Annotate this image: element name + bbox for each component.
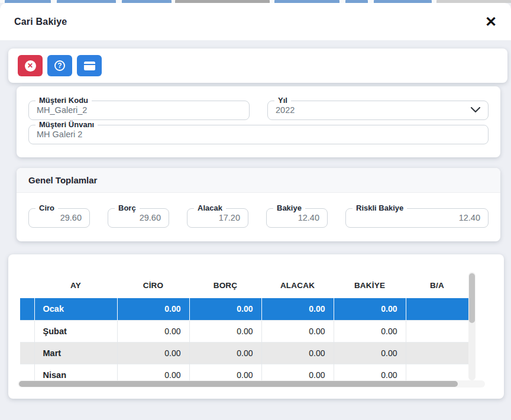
circle-x-icon: ✕ — [25, 60, 36, 72]
close-button[interactable]: ✕ — [481, 12, 500, 31]
selector-column-header — [20, 272, 34, 298]
table-viewport: AY CİRO BORÇ ALACAK BAKİYE B/A — [20, 272, 468, 380]
table-row-subat[interactable]: Şubat 0.00 0.00 0.00 0.00 — [20, 320, 468, 342]
totals-header: Genel Toplamlar — [17, 168, 500, 193]
cancel-glyph: ✕ — [27, 62, 33, 69]
bakiye-field[interactable]: Bakiye 12.40 — [266, 208, 328, 228]
ba-cell — [406, 298, 468, 320]
borc-label: Borç — [115, 203, 140, 212]
table-header-row: AY CİRO BORÇ ALACAK BAKİYE B/A — [20, 272, 468, 298]
borc-cell: 0.00 — [189, 342, 261, 364]
month-cell: Mart — [34, 342, 117, 364]
alacak-cell: 0.00 — [261, 298, 334, 320]
ciro-cell: 0.00 — [117, 364, 189, 380]
table-row-nisan[interactable]: Nisan 0.00 0.00 0.00 0.00 — [20, 364, 468, 380]
row-selector-cell[interactable] — [20, 320, 34, 342]
column-header-ba[interactable]: B/A — [406, 272, 468, 298]
musteri-kodu-field[interactable]: Müşteri Kodu MH_Galeri_2 — [28, 101, 250, 120]
horizontal-scrollbar-thumb[interactable] — [19, 381, 458, 387]
bakiye-cell: 0.00 — [334, 342, 406, 364]
yil-select[interactable]: Yıl 2022 — [267, 101, 489, 120]
ciro-label: Ciro — [35, 203, 58, 212]
genel-toplamlar-card: Genel Toplamlar Ciro 29.60 Borç 29.60 Al… — [17, 168, 500, 241]
bakiye-cell: 0.00 — [334, 364, 406, 380]
ciro-field[interactable]: Ciro 29.60 — [28, 208, 90, 228]
toolbar: ✕ ? — [8, 49, 507, 83]
column-header-ay[interactable]: AY — [34, 272, 117, 298]
modal-header: Cari Bakiye ✕ — [0, 3, 511, 40]
table-row-mart[interactable]: Mart 0.00 0.00 0.00 0.00 — [20, 342, 468, 364]
ba-cell — [406, 342, 468, 364]
monthly-table: AY CİRO BORÇ ALACAK BAKİYE B/A — [20, 272, 468, 380]
cancel-button[interactable]: ✕ — [18, 55, 43, 76]
help-glyph: ? — [57, 62, 62, 69]
ba-cell — [406, 364, 468, 380]
totals-row: Ciro 29.60 Borç 29.60 Alacak 17.20 Bakiy… — [17, 193, 500, 228]
riskli-bakiye-field[interactable]: Riskli Bakiye 12.40 — [345, 208, 489, 228]
row-selector-cell[interactable] — [20, 342, 34, 364]
alacak-cell: 0.00 — [261, 364, 334, 380]
yil-label: Yıl — [274, 96, 291, 105]
modal-title: Cari Bakiye — [14, 17, 67, 27]
column-header-ciro[interactable]: CİRO — [117, 272, 189, 298]
window-button[interactable] — [77, 55, 102, 76]
bakiye-cell: 0.00 — [334, 320, 406, 342]
row-selector-cell[interactable] — [20, 298, 34, 320]
vertical-scrollbar-thumb[interactable] — [469, 273, 475, 323]
month-cell: Şubat — [34, 320, 117, 342]
totals-title: Genel Toplamlar — [28, 175, 97, 185]
bakiye-cell: 0.00 — [334, 298, 406, 320]
bakiye-label: Bakiye — [273, 203, 305, 212]
musteri-unvani-value: MH Galeri 2 — [29, 125, 488, 144]
row-selector-cell[interactable] — [20, 364, 34, 380]
ciro-cell: 0.00 — [117, 342, 189, 364]
alacak-cell: 0.00 — [261, 320, 334, 342]
chevron-down-icon — [471, 107, 480, 113]
close-icon: ✕ — [485, 14, 497, 30]
musteri-kodu-label: Müşteri Kodu — [35, 96, 92, 105]
vertical-scrollbar[interactable] — [468, 272, 476, 380]
ba-cell — [406, 320, 468, 342]
borc-cell: 0.00 — [189, 298, 261, 320]
customer-form-card: Müşteri Kodu MH_Galeri_2 Yıl 2022 Müşter… — [17, 86, 500, 157]
borc-field[interactable]: Borç 29.60 — [108, 208, 169, 228]
window-icon — [84, 62, 95, 70]
borc-cell: 0.00 — [189, 320, 261, 342]
column-header-borc[interactable]: BORÇ — [189, 272, 261, 298]
column-header-bakiye[interactable]: BAKİYE — [334, 272, 406, 298]
alacak-label: Alacak — [194, 203, 226, 212]
table-row-ocak[interactable]: Ocak 0.00 0.00 0.00 0.00 — [20, 298, 468, 320]
yil-value: 2022 — [268, 101, 488, 119]
borc-cell: 0.00 — [189, 364, 261, 380]
riskli-bakiye-label: Riskli Bakiye — [352, 203, 407, 212]
cari-bakiye-modal: Cari Bakiye ✕ ✕ ? — [0, 3, 511, 420]
monthly-table-card: AY CİRO BORÇ ALACAK BAKİYE B/A — [8, 254, 504, 399]
table-area: AY CİRO BORÇ ALACAK BAKİYE B/A — [20, 272, 487, 380]
modal-body: ✕ ? Müşteri Kodu MH_Galeri_2 — [0, 40, 511, 420]
window-icon-bar — [84, 64, 95, 66]
ciro-cell: 0.00 — [117, 298, 189, 320]
ciro-cell: 0.00 — [117, 320, 189, 342]
musteri-unvani-field[interactable]: Müşteri Ünvanı MH Galeri 2 — [28, 125, 489, 144]
musteri-unvani-label: Müşteri Ünvanı — [35, 120, 98, 129]
alacak-field[interactable]: Alacak 17.20 — [187, 208, 248, 228]
alacak-cell: 0.00 — [261, 342, 334, 364]
column-header-alacak[interactable]: ALACAK — [261, 272, 334, 298]
month-cell: Ocak — [34, 298, 117, 320]
month-cell: Nisan — [34, 364, 117, 380]
circle-question-icon: ? — [54, 60, 65, 71]
help-button[interactable]: ? — [47, 55, 72, 76]
horizontal-scrollbar[interactable] — [18, 380, 485, 387]
